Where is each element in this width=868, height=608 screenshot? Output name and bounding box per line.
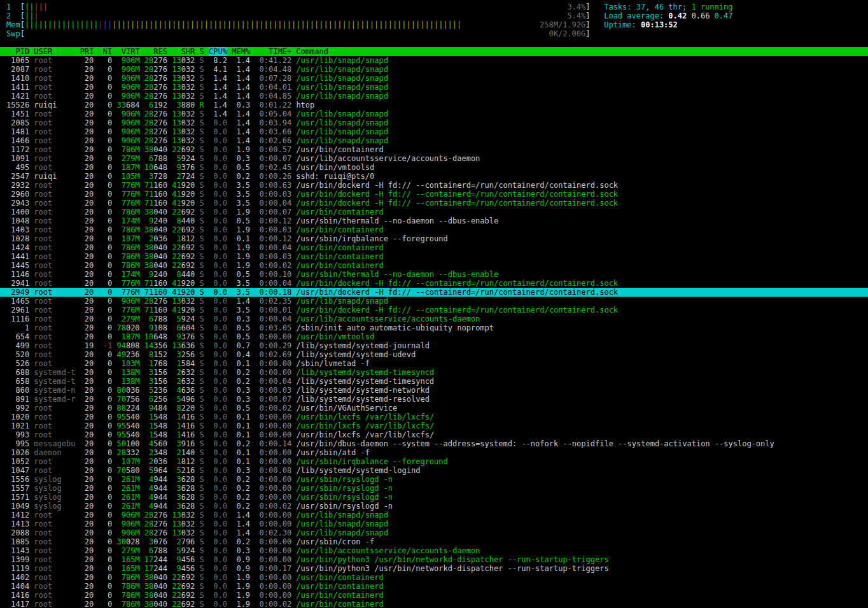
cell-command: /usr/bin/python3 /usr/bin/networkd-dispa… — [296, 555, 608, 564]
process-row-2932[interactable]: 2932 root 20 0 776M 71160 41920 S 0.0 3.… — [0, 181, 868, 190]
column-header-command[interactable]: Command — [296, 47, 328, 56]
cell-mem-percent: 0.3 — [232, 546, 250, 555]
column-header-user[interactable]: USER — [34, 47, 75, 56]
column-header-s[interactable]: S — [200, 47, 204, 56]
process-row-1556[interactable]: 1556 syslog 20 0 261M 4944 3628 S 0.0 0.… — [0, 475, 868, 484]
cell-pid: 1410 — [6, 74, 29, 83]
process-row-526[interactable]: 526 root 20 0 103M 1768 1584 S 0.0 0.1 0… — [0, 359, 868, 368]
process-row-495[interactable]: 495 root 20 0 187M 10648 9376 S 0.0 0.5 … — [0, 163, 868, 172]
process-row-1049[interactable]: 1049 syslog 20 0 261M 4944 3628 S 0.0 0.… — [0, 502, 868, 511]
process-row-2087[interactable]: 2087 root 20 0 906M 28276 13032 S 4.1 1.… — [0, 65, 868, 74]
process-row-1048[interactable]: 1048 root 20 0 174M 9240 8440 S 0.0 0.5 … — [0, 216, 868, 225]
process-row-1[interactable]: 1 root 20 0 78020 9108 6604 S 0.0 0.5 0:… — [0, 323, 868, 332]
cell-mem-percent: 1.4 — [232, 74, 250, 83]
process-row-992[interactable]: 992 root 20 0 88224 9484 8220 S 0.0 0.5 … — [0, 404, 868, 413]
uptime-value: 00:13:52 — [641, 20, 678, 29]
process-row-1085[interactable]: 1085 root 20 0 30028 3076 2796 S 0.0 0.2… — [0, 537, 868, 546]
column-header-shr[interactable]: SHR — [172, 47, 195, 56]
process-row-1403[interactable]: 1403 root 20 0 786M 38040 22692 S 0.0 1.… — [0, 225, 868, 234]
process-row-1441[interactable]: 1441 root 20 0 786M 38040 22692 S 0.0 1.… — [0, 252, 868, 261]
process-row-1413[interactable]: 1413 root 20 0 906M 28276 13032 S 0.0 1.… — [0, 520, 868, 528]
process-row-1465[interactable]: 1465 root 20 0 906M 28276 13032 S 0.0 1.… — [0, 297, 868, 306]
cell-cpu-percent: 0.0 — [209, 279, 227, 288]
process-row-1052[interactable]: 1052 root 20 0 107M 2036 1812 S 0.0 0.1 … — [0, 457, 868, 466]
process-row-1445[interactable]: 1445 root 20 0 786M 38040 22692 S 0.0 1.… — [0, 261, 868, 270]
process-row-688[interactable]: 688 systemd-t 20 0 138M 3156 2632 S 0.0 … — [0, 368, 868, 377]
process-row-1021[interactable]: 1021 root 20 0 95540 1548 1416 S 0.0 0.1… — [0, 421, 868, 430]
header-area: 1[|||||3.4%] 2[|||5.4%] Mem[||||||||||||… — [0, 3, 868, 38]
process-row-1119[interactable]: 1119 root 20 0 165M 17244 9456 S 0.0 0.9… — [0, 564, 868, 573]
process-row-2943[interactable]: 2943 root 20 0 776M 71160 41920 S 0.0 3.… — [0, 199, 868, 208]
process-row-520[interactable]: 520 root 20 0 49236 8152 3256 S 0.0 0.4 … — [0, 350, 868, 359]
cell-command: /usr/bin/containerd — [296, 591, 383, 600]
process-row-1451[interactable]: 1451 root 20 0 906M 28276 13032 S 1.4 1.… — [0, 110, 868, 118]
process-row-1416[interactable]: 1416 root 20 0 786M 38040 22692 S 0.0 1.… — [0, 591, 868, 600]
process-row-1143[interactable]: 1143 root 20 0 279M 6788 5924 S 0.0 0.3 … — [0, 546, 868, 555]
process-row-499[interactable]: 499 root 19 -1 94808 14356 13636 S 0.0 0… — [0, 341, 868, 350]
process-row-1400[interactable]: 1400 root 20 0 786M 38040 22692 S 0.0 1.… — [0, 208, 868, 216]
process-row-1146[interactable]: 1146 root 20 0 174M 9240 8440 S 0.0 0.5 … — [0, 270, 868, 279]
cell-pid: 15526 — [6, 101, 29, 110]
process-row-1571[interactable]: 1571 syslog 20 0 261M 4944 3628 S 0.0 0.… — [0, 493, 868, 502]
process-row-2949[interactable]: 2949 root 20 0 776M 71160 41920 S 0.0 3.… — [0, 288, 868, 297]
cell-mem-percent: 1.9 — [232, 225, 250, 234]
cell-time: 0:00.00 — [255, 475, 291, 484]
process-row-1421[interactable]: 1421 root 20 0 906M 28276 13032 S 1.4 1.… — [0, 92, 868, 101]
process-row-860[interactable]: 860 systemd-n 20 0 80036 5236 4636 S 0.0… — [0, 386, 868, 395]
process-row-2547[interactable]: 2547 ruiqi 20 0 105M 3728 2724 S 0.0 0.2… — [0, 172, 868, 181]
cell-user: root — [34, 234, 75, 243]
process-row-2960[interactable]: 2960 root 20 0 776M 71160 41920 S 0.0 3.… — [0, 190, 868, 199]
column-header-time[interactable]: TIME+ — [255, 47, 291, 56]
cell-state: S — [200, 306, 204, 315]
process-row-658[interactable]: 658 systemd-t 20 0 138M 3156 2632 S 0.0 … — [0, 377, 868, 386]
column-header-mem[interactable]: MEM% — [232, 47, 250, 56]
column-header-res[interactable]: RES — [144, 47, 167, 56]
column-header-virt[interactable]: VIRT — [116, 47, 139, 56]
process-row-15526[interactable]: 15526 ruiqi 20 0 33684 6192 3880 R 1.4 0… — [0, 101, 868, 110]
cell-nice: 0 — [99, 600, 113, 608]
process-row-654[interactable]: 654 root 20 0 187M 10648 9376 S 0.0 0.5 … — [0, 332, 868, 341]
column-header-pri[interactable]: PRI — [80, 47, 94, 56]
process-row-2085[interactable]: 2085 root 20 0 906M 28276 13032 S 0.0 1.… — [0, 118, 868, 127]
process-row-1116[interactable]: 1116 root 20 0 279M 6788 5924 S 0.0 0.3 … — [0, 315, 868, 323]
cell-command: /lib/systemd/systemd-udevd — [296, 350, 416, 359]
process-row-1412[interactable]: 1412 root 20 0 906M 28276 13032 S 0.0 1.… — [0, 511, 868, 520]
process-row-1047[interactable]: 1047 root 20 0 70580 5964 5216 S 0.0 0.3… — [0, 466, 868, 475]
process-row-1020[interactable]: 1020 root 20 0 95540 1548 1416 S 0.0 0.1… — [0, 413, 868, 421]
process-row-1402[interactable]: 1402 root 20 0 786M 38040 22692 S 0.0 1.… — [0, 573, 868, 582]
process-row-1466[interactable]: 1466 root 20 0 906M 28276 13032 S 0.0 1.… — [0, 136, 868, 145]
process-row-1026[interactable]: 1026 daemon 20 0 28332 2348 2140 S 0.0 0… — [0, 448, 868, 457]
process-row-891[interactable]: 891 systemd-r 20 0 70756 6256 5496 S 0.0… — [0, 395, 868, 404]
process-row-1417[interactable]: 1417 root 20 0 786M 38040 22692 S 0.0 1.… — [0, 600, 868, 608]
process-row-1399[interactable]: 1399 root 20 0 165M 17244 9456 S 0.0 0.9… — [0, 555, 868, 564]
cell-state: S — [200, 127, 204, 136]
process-row-1411[interactable]: 1411 root 20 0 906M 28276 13032 S 1.4 1.… — [0, 83, 868, 92]
process-row-1481[interactable]: 1481 root 20 0 906M 28276 13032 S 0.0 1.… — [0, 127, 868, 136]
cell-cpu-percent: 0.0 — [209, 270, 227, 279]
column-header-cpu[interactable]: CPU% — [209, 47, 227, 56]
process-row-1172[interactable]: 1172 root 20 0 786M 38040 22692 S 0.0 1.… — [0, 145, 868, 154]
cell-priority: 20 — [80, 555, 94, 564]
process-row-995[interactable]: 995 messagebu 20 0 50100 4560 3916 S 0.0… — [0, 439, 868, 448]
process-row-1557[interactable]: 1557 syslog 20 0 261M 4944 3628 S 0.0 0.… — [0, 484, 868, 493]
cell-mem-percent: 1.9 — [232, 600, 250, 608]
column-header-ni[interactable]: NI — [99, 47, 113, 56]
process-row-2088[interactable]: 2088 root 20 0 906M 28276 13032 S 0.0 1.… — [0, 528, 868, 537]
process-row-993[interactable]: 993 root 20 0 95540 1548 1416 S 0.0 0.1 … — [0, 430, 868, 439]
process-row-2941[interactable]: 2941 root 20 0 776M 71160 41920 S 0.0 3.… — [0, 279, 868, 288]
process-row-1091[interactable]: 1091 root 20 0 279M 6788 5924 S 0.0 0.3 … — [0, 154, 868, 163]
process-row-1410[interactable]: 1410 root 20 0 906M 28276 13032 S 1.4 1.… — [0, 74, 868, 83]
process-row-1404[interactable]: 1404 root 20 0 786M 38040 22692 S 0.0 1.… — [0, 582, 868, 591]
cell-priority: 20 — [80, 306, 94, 315]
column-header-pid[interactable]: PID — [6, 47, 29, 56]
process-row-1424[interactable]: 1424 root 20 0 786M 38040 22692 S 0.0 1.… — [0, 243, 868, 252]
process-row-2961[interactable]: 2961 root 20 0 776M 71160 41920 S 0.0 3.… — [0, 306, 868, 315]
cell-nice: 0 — [99, 350, 113, 359]
cell-res: 38 — [144, 145, 153, 154]
cell-mem-percent: 0.2 — [232, 172, 250, 181]
cell-user: root — [34, 154, 75, 163]
process-row-1065[interactable]: 1065 root 20 0 906M 28276 13032 S 8.2 1.… — [0, 56, 868, 65]
process-row-1028[interactable]: 1028 root 20 0 107M 2036 1812 S 0.0 0.1 … — [0, 234, 868, 243]
cell-cpu-percent: 0.0 — [209, 163, 227, 172]
cell-res: 3 — [144, 368, 153, 377]
